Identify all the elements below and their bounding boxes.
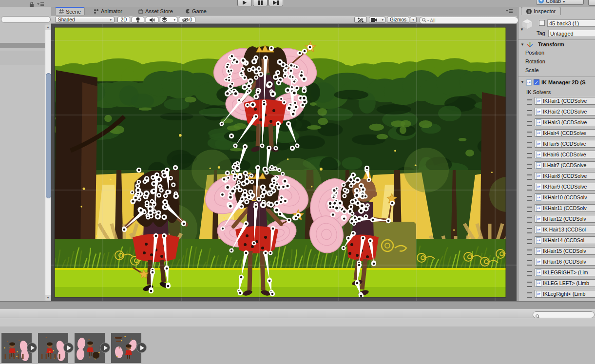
ik-solver-row[interactable]: c#IKLegRight< (Limb [524, 290, 595, 299]
scene-camera-button[interactable]: ▾ [369, 17, 385, 23]
collab-button[interactable]: Collab ▾ [536, 0, 584, 5]
drag-handle-icon[interactable] [527, 292, 532, 298]
ik-solver-row[interactable]: c#IKHair2 (CCDSolve [524, 108, 595, 116]
ik-solver-row[interactable]: c#IKLEGRiGHT> (Lim [524, 268, 595, 277]
scene-tools-button[interactable] [354, 17, 367, 23]
solver-object-field[interactable]: c#IKLEG LEFT> (Limb [535, 279, 595, 287]
drag-handle-icon[interactable] [527, 121, 532, 126]
tab-inspector[interactable]: Inspector [521, 7, 561, 15]
account-button[interactable] [588, 0, 595, 6]
tab-scene[interactable]: Scene [55, 7, 85, 15]
drag-handle-icon[interactable] [527, 99, 532, 105]
drag-handle-icon[interactable] [527, 207, 532, 212]
hierarchy-row[interactable] [0, 51, 45, 65]
solver-object-field[interactable]: c#IKHair14 (CCDSol [535, 236, 595, 244]
ik-solver-row[interactable]: c#IK Hair13 (CCDSol [524, 226, 595, 234]
drag-handle-icon[interactable] [527, 164, 532, 169]
tab-game[interactable]: Game [182, 7, 210, 15]
solver-object-field[interactable]: c#IKHair11 (CCDSolv [535, 204, 595, 212]
step-button[interactable] [269, 0, 283, 6]
ik-solver-row[interactable]: c#IkHair16 (CCDSolv [524, 258, 595, 267]
panel-menu-icon[interactable] [37, 1, 44, 7]
solver-object-field[interactable]: c#IkHair15 (CCDSolv [535, 247, 595, 255]
solver-object-field[interactable]: c#IkHair4 (CCDSolve [535, 129, 595, 137]
scroll-up-arrow[interactable]: ▲ [45, 24, 51, 30]
ik-solver-row[interactable]: c#IKLEG LEFT> (Limb [524, 279, 595, 288]
solver-object-field[interactable]: c#IKLEGRiGHT> (Lim [535, 268, 595, 276]
hierarchy-scrollbar[interactable]: ▲ ▼ [45, 24, 51, 301]
ik-solver-row[interactable]: c#IKHair1 (CCDSolve [524, 97, 595, 106]
ik-manager-foldout[interactable]: ▼ [520, 80, 524, 84]
scene-panel-menu-icon[interactable] [506, 8, 513, 14]
drag-handle-icon[interactable] [527, 249, 532, 255]
project-content-area[interactable] [0, 326, 595, 364]
scroll-down-arrow[interactable]: ▼ [45, 295, 51, 301]
ik-solver-row[interactable]: c#ILHair7 (CCDSolve [524, 161, 595, 170]
sprite-preview-play-badge[interactable] [100, 343, 110, 353]
ik-solver-row[interactable]: c#IkHair4 (CCDSolve [524, 129, 595, 138]
project-thumbnail[interactable] [75, 333, 105, 363]
sprite-preview-play-badge[interactable] [27, 343, 37, 353]
shading-mode-dropdown[interactable]: Shaded ▾ [55, 17, 115, 23]
ik-solver-row[interactable]: c#IkHair6 (CCDSolve [524, 151, 595, 159]
drag-handle-icon[interactable] [527, 174, 532, 180]
2d-toggle[interactable]: 2D [117, 17, 130, 23]
solver-object-field[interactable]: c#IKHair8 (CCDSolve [535, 172, 595, 180]
drag-handle-icon[interactable] [527, 217, 532, 223]
gizmos-dropdown[interactable]: Gizmos [387, 17, 409, 23]
project-thumbnail[interactable] [111, 333, 141, 363]
sprite-preview-play-badge[interactable] [63, 343, 74, 353]
drag-handle-icon[interactable] [527, 142, 532, 148]
project-thumbnail[interactable] [38, 333, 68, 363]
project-thumbnail[interactable] [1, 333, 32, 363]
solver-object-field[interactable]: c#IKHair1 (CCDSolve [535, 97, 595, 105]
hidden-objects-toggle[interactable]: 0 [179, 17, 195, 23]
ik-solver-row[interactable]: c#IkHair5 (CCDSolve [524, 140, 595, 149]
solver-object-field[interactable]: c#IKHair9 (CCDSolve [535, 183, 595, 191]
drag-handle-icon[interactable] [527, 132, 532, 137]
ik-solver-row[interactable]: c#IKHair9 (CCDSolve [524, 183, 595, 192]
drag-handle-icon[interactable] [527, 271, 532, 276]
solver-object-field[interactable]: c#IKHair2 (CCDSolve [535, 108, 595, 115]
drag-handle-icon[interactable] [527, 228, 532, 233]
solver-object-field[interactable]: c#IK Hair13 (CCDSol [535, 226, 595, 233]
ik-solver-row[interactable]: c#IKHair11 (CCDSolv [524, 204, 595, 213]
drag-handle-icon[interactable] [527, 153, 532, 158]
solver-object-field[interactable]: c#IkHair6 (CCDSolve [535, 151, 595, 158]
tag-dropdown[interactable]: Untagged [548, 30, 595, 37]
tab-asset-store[interactable]: Asset Store [135, 7, 176, 15]
lock-icon[interactable] [29, 1, 34, 7]
drag-handle-icon[interactable] [527, 239, 532, 244]
lighting-toggle[interactable] [132, 17, 144, 23]
ik-solver-row[interactable]: c#IKHair14 (CCDSol [524, 236, 595, 245]
ik-manager-enabled-checkbox[interactable]: ✓ [534, 79, 539, 85]
ik-solver-row[interactable]: c#IKHair10 (CCDSolv [524, 193, 595, 202]
solver-object-field[interactable]: c#IkHair16 (CCDSolv [535, 258, 595, 266]
ik-solver-row[interactable]: c#IkHair15 (CCDSolv [524, 247, 595, 256]
ik-solver-row[interactable]: c#IKHair8 (CCDSolve [524, 172, 595, 181]
drag-handle-icon[interactable] [527, 260, 532, 266]
active-checkbox[interactable] [539, 20, 545, 26]
hierarchy-search-input[interactable] [1, 16, 51, 23]
scene-viewport[interactable] [51, 24, 517, 301]
gizmos-arrow-button[interactable]: ▾ [410, 17, 417, 23]
drag-handle-icon[interactable] [527, 282, 532, 287]
effects-toggle[interactable]: ▾ [160, 17, 177, 23]
solver-object-field[interactable]: c#IKLegRight< (Limb [535, 290, 595, 298]
solver-object-field[interactable]: c#IkHair12 (CCDSolv [535, 215, 595, 223]
drag-handle-icon[interactable] [527, 110, 532, 115]
transform-foldout[interactable]: ▼ [520, 42, 524, 47]
object-name-field[interactable]: 45 back3 (1) [547, 19, 595, 27]
ik-solver-row[interactable]: c#IkHair12 (CCDSolv [524, 215, 595, 224]
pause-button[interactable] [253, 0, 268, 6]
audio-toggle[interactable] [146, 17, 158, 23]
solver-object-field[interactable]: c#IKHair10 (CCDSolv [535, 193, 595, 201]
play-button[interactable] [237, 0, 252, 6]
tab-animator[interactable]: Animator [90, 7, 126, 15]
solver-object-field[interactable]: c#IkHair5 (CCDSolve [535, 140, 595, 148]
scene-search-input[interactable]: ▾ All [419, 17, 518, 24]
drag-handle-icon[interactable] [527, 196, 532, 201]
scrollbar-thumb[interactable] [46, 73, 51, 198]
icon-picker-arrow[interactable]: ▼ [520, 27, 524, 32]
drag-handle-icon[interactable] [527, 185, 532, 191]
